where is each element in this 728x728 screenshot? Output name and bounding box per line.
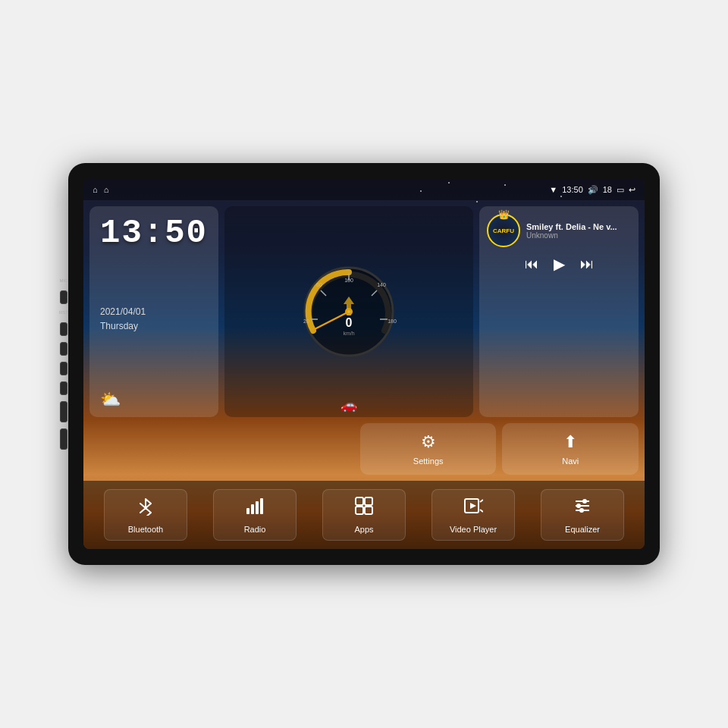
svg-line-26 [480, 500, 483, 502]
svg-text:0: 0 [346, 316, 353, 329]
music-artist: Unknown [526, 231, 631, 240]
next-button[interactable]: ⏭ [580, 256, 594, 272]
svg-text:100: 100 [344, 278, 353, 283]
side-button-home[interactable] [60, 362, 67, 375]
bluetooth-nav-item[interactable]: Bluetooth [104, 489, 187, 541]
side-button-rst[interactable] [60, 322, 67, 336]
home2-icon[interactable]: ⌂ [104, 185, 109, 194]
settings-icon: ⚙ [421, 432, 436, 452]
svg-text:km/h: km/h [343, 331, 354, 336]
equalizer-icon [573, 496, 592, 521]
side-button-power[interactable] [60, 342, 67, 356]
status-right: ▼ 13:50 🔊 18 ▭ ↩ [549, 185, 635, 195]
status-left: ⌂ ⌂ [93, 185, 108, 194]
clock-time: 13:50 [100, 214, 208, 252]
side-buttons: MIC RST [59, 278, 68, 450]
carfu-label: CARFU [493, 228, 514, 234]
prev-button[interactable]: ⏮ [525, 256, 538, 272]
bottom-nav: Bluetooth Radio [83, 481, 645, 549]
svg-marker-25 [470, 503, 476, 509]
svg-point-29 [576, 504, 581, 508]
video-label: Video Player [450, 525, 497, 534]
apps-label: Apps [354, 525, 373, 534]
settings-button[interactable]: ⚙ Settings [360, 423, 497, 475]
car-road: 🚗 [340, 397, 357, 413]
bluetooth-icon [136, 496, 155, 521]
svg-rect-22 [356, 507, 363, 514]
crown-icon: 👑 [498, 209, 510, 220]
play-button[interactable]: ▶ [554, 255, 565, 273]
music-details: Smiley ft. Delia - Ne v... Unknown [526, 222, 631, 240]
status-time: 13:50 [562, 185, 583, 194]
side-button-mic[interactable] [60, 290, 67, 304]
speedo-svg: 100 60 20 140 180 0 km/h [300, 262, 398, 361]
widgets-row: 13:50 2021/04/01 Thursday ⛅ [89, 206, 639, 417]
settings-label: Settings [413, 457, 444, 466]
navi-button[interactable]: ⬆ Navi [502, 423, 639, 475]
navi-label: Navi [562, 457, 579, 466]
svg-text:20: 20 [303, 318, 309, 324]
music-widget: 👑 CARFU Smiley ft. Delia - Ne v... Unkno… [479, 206, 639, 417]
svg-rect-17 [251, 504, 254, 514]
svg-rect-16 [246, 508, 249, 514]
volume-icon: 🔊 [588, 185, 598, 195]
mic-label: MIC [60, 278, 68, 283]
svg-point-33 [579, 508, 584, 513]
quick-actions: ⚙ Settings ⬆ Navi [89, 423, 639, 475]
svg-point-31 [582, 499, 587, 504]
weather-icon: ⛅ [100, 390, 208, 410]
side-button-vol-down[interactable] [60, 428, 67, 450]
navi-icon: ⬆ [563, 432, 577, 452]
home-icon[interactable]: ⌂ [93, 185, 98, 194]
svg-text:180: 180 [388, 318, 397, 324]
svg-rect-20 [356, 497, 363, 505]
main-content: 13:50 2021/04/01 Thursday ⛅ [83, 200, 645, 481]
battery-icon: ▭ [617, 185, 624, 195]
rst-label: RST [59, 310, 68, 315]
music-info-row: 👑 CARFU Smiley ft. Delia - Ne v... Unkno… [487, 214, 631, 247]
svg-rect-21 [365, 497, 372, 505]
music-logo: 👑 CARFU [487, 214, 520, 247]
screen: ⌂ ⌂ ▼ 13:50 🔊 18 ▭ ↩ 13:50 2021/04/01 [83, 179, 645, 549]
equalizer-label: Equalizer [565, 525, 600, 534]
video-nav-item[interactable]: Video Player [431, 489, 515, 541]
svg-rect-19 [260, 498, 263, 514]
video-icon [463, 496, 483, 521]
speedometer: 100 60 20 140 180 0 km/h [300, 262, 398, 361]
apps-icon [354, 496, 374, 521]
equalizer-nav-item[interactable]: Equalizer [541, 489, 624, 541]
svg-line-27 [480, 510, 483, 512]
clock-date: 2021/04/01 Thursday [100, 305, 208, 334]
speed-widget: 100 60 20 140 180 0 km/h [224, 206, 473, 417]
svg-text:60: 60 [316, 282, 322, 287]
clock-widget: 13:50 2021/04/01 Thursday ⛅ [89, 206, 218, 417]
bluetooth-label: Bluetooth [128, 525, 163, 534]
device: MIC RST ⌂ ⌂ ▼ 13:50 � [68, 163, 660, 565]
music-title: Smiley ft. Delia - Ne v... [526, 222, 631, 231]
wifi-icon: ▼ [549, 185, 557, 194]
volume-level: 18 [603, 185, 612, 194]
music-controls: ⏮ ▶ ⏭ [487, 252, 631, 276]
radio-icon [245, 496, 265, 521]
back-icon[interactable]: ↩ [629, 185, 635, 195]
svg-rect-23 [365, 507, 372, 514]
status-bar: ⌂ ⌂ ▼ 13:50 🔊 18 ▭ ↩ [83, 179, 645, 200]
side-button-back[interactable] [60, 381, 67, 395]
radio-label: Radio [244, 525, 266, 534]
svg-rect-18 [256, 501, 259, 514]
svg-text:140: 140 [377, 282, 386, 287]
apps-nav-item[interactable]: Apps [322, 489, 406, 541]
side-button-vol-up[interactable] [60, 401, 67, 422]
radio-nav-item[interactable]: Radio [213, 489, 297, 541]
